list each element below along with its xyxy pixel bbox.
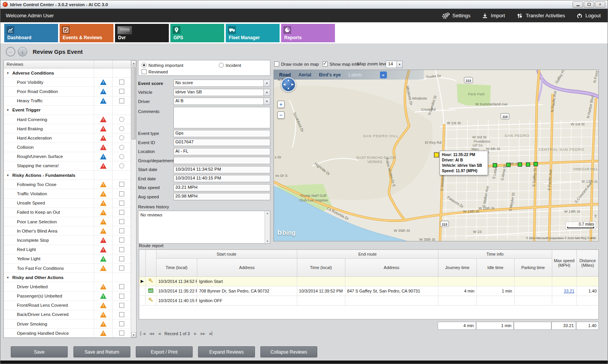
review-row[interactable]: Yellow Light: [4, 254, 131, 264]
review-row[interactable]: Failed to Keep an Out: [4, 208, 131, 217]
save-button[interactable]: Save: [11, 346, 68, 357]
group-department-field[interactable]: [173, 157, 270, 164]
route-row-ignition-off[interactable]: 10/3/2014 11:40:15 PM Ignition OFF: [139, 296, 599, 305]
tab-gps[interactable]: GPS: [170, 24, 224, 42]
col-end-address[interactable]: Address: [345, 258, 438, 276]
review-toggle[interactable]: [119, 126, 124, 131]
minimize-button[interactable]: [573, 2, 583, 8]
review-toggle[interactable]: [119, 303, 124, 308]
reviews-scrollbar[interactable]: ▲ ▼: [131, 60, 136, 337]
route-row-trip[interactable]: 10/3/2014 11:35:22 PM 708 Bynner Dr, San…: [139, 286, 599, 296]
collapse-map-bar-icon[interactable]: «: [380, 71, 387, 78]
review-toggle[interactable]: [119, 321, 124, 326]
max-speed-link[interactable]: 33.21: [564, 289, 575, 293]
review-row[interactable]: Following Too Close: [4, 180, 131, 189]
tab-dvr[interactable]: Dvr: [115, 24, 169, 42]
review-row[interactable]: Risky and Other Actions: [4, 273, 131, 282]
col-start-address[interactable]: Address: [197, 258, 297, 276]
review-toggle[interactable]: [119, 145, 124, 150]
review-row[interactable]: In Other's Blind Area: [4, 226, 131, 236]
review-toggle[interactable]: [119, 98, 124, 103]
next-page-icon[interactable]: ▶▶: [201, 332, 205, 336]
review-row[interactable]: Collision: [4, 143, 131, 152]
expand-reviews-button[interactable]: Expand Reviews: [198, 346, 255, 357]
settings-button[interactable]: Settings: [442, 12, 470, 19]
review-row[interactable]: Driver Unbelted: [4, 282, 131, 291]
review-toggle[interactable]: [119, 219, 124, 224]
review-row[interactable]: Unsafe Speed: [4, 199, 131, 208]
scroll-up-icon[interactable]: ▲: [131, 60, 136, 66]
last-record-icon[interactable]: ▶▎: [209, 332, 214, 336]
review-toggle[interactable]: [119, 312, 124, 317]
review-row[interactable]: Driver Smoking: [4, 319, 131, 329]
scroll-thumb[interactable]: [132, 66, 136, 140]
route-row-ignition-start[interactable]: ▶ 10/3/2014 11:34:52 PM Ignition Start: [139, 276, 599, 286]
tab-fleet-manager[interactable]: Fleet Manager: [226, 24, 280, 42]
save-and-return-button[interactable]: Save and Return: [73, 346, 130, 357]
review-toggle[interactable]: [119, 247, 124, 252]
review-row[interactable]: Passenger(s) Unbelted: [4, 292, 131, 301]
col-start-time[interactable]: Time (local): [156, 258, 197, 276]
review-toggle[interactable]: [119, 256, 124, 261]
review-row[interactable]: Adverse Conditions: [4, 68, 131, 78]
col-max-speed[interactable]: Max speed (MPH): [552, 250, 576, 276]
next-event-button[interactable]: ↓: [18, 47, 27, 57]
review-toggle[interactable]: [119, 266, 124, 271]
next-record-icon[interactable]: ▶: [194, 332, 197, 336]
review-toggle[interactable]: [119, 163, 124, 168]
review-toggle[interactable]: [119, 284, 124, 289]
review-row[interactable]: Incomplete Stop: [4, 236, 131, 245]
event-score-select[interactable]: No score▼: [173, 80, 270, 87]
col-idle-time[interactable]: Idle time: [476, 258, 514, 276]
logout-button[interactable]: Logout: [576, 13, 601, 19]
tab-dashboard[interactable]: Dashboard: [4, 24, 58, 42]
review-row[interactable]: Red Light: [4, 245, 131, 254]
review-toggle[interactable]: [119, 228, 124, 233]
review-toggle[interactable]: [119, 294, 124, 299]
review-row[interactable]: Slapping the camera!: [4, 161, 131, 171]
map-view-aerial[interactable]: Aerial: [298, 72, 311, 78]
col-journey-time[interactable]: Journey time: [438, 258, 476, 276]
incident-radio[interactable]: [219, 63, 224, 68]
comments-input[interactable]: [173, 107, 270, 128]
pan-down-icon[interactable]: ▼: [287, 87, 290, 90]
review-row[interactable]: Front/Road Lens Covered: [4, 301, 131, 310]
review-toggle[interactable]: [119, 80, 124, 85]
first-record-icon[interactable]: ▎◀: [140, 332, 145, 336]
maximize-button[interactable]: [584, 2, 594, 8]
import-button[interactable]: Import: [482, 13, 505, 19]
review-row[interactable]: Hard Cornering: [4, 115, 131, 124]
review-toggle[interactable]: [119, 201, 124, 206]
review-toggle[interactable]: [119, 135, 124, 140]
review-row[interactable]: Hard Braking: [4, 124, 131, 133]
transfer-activities-button[interactable]: Transfer Activities: [516, 13, 565, 19]
review-row[interactable]: Poor Lane Selection: [4, 217, 131, 226]
export-print-button[interactable]: Export / Print: [136, 346, 193, 357]
map-view-road[interactable]: Road: [279, 72, 291, 78]
review-toggle[interactable]: [119, 238, 124, 243]
vehicle-select[interactable]: idrive Van SB▼: [173, 89, 270, 96]
review-row[interactable]: Operating Handled Device: [4, 329, 131, 337]
review-toggle[interactable]: [119, 154, 124, 159]
prev-record-icon[interactable]: ◀: [158, 332, 160, 336]
nothing-important-radio[interactable]: [142, 63, 147, 68]
review-toggle[interactable]: [119, 191, 124, 196]
review-row[interactable]: Back/Driver Lens Covered: [4, 310, 131, 319]
review-row[interactable]: Poor Road Condition: [4, 87, 131, 96]
review-row[interactable]: Rough/Uneven Surface: [4, 152, 131, 161]
map-zoom-select[interactable]: 14▼: [386, 61, 403, 68]
map-view-labels[interactable]: Labels: [348, 72, 362, 78]
back-button[interactable]: ←: [6, 47, 15, 57]
tab-reports[interactable]: Reports: [281, 24, 335, 42]
review-row[interactable]: Poor Visibility: [4, 78, 131, 87]
col-distance[interactable]: Distance (Miles): [576, 250, 599, 276]
pan-up-icon[interactable]: ▲: [287, 79, 290, 82]
map-compass-control[interactable]: ▲ ▼ ◀ ▶: [281, 77, 296, 92]
scroll-down-icon[interactable]: ▼: [131, 332, 136, 337]
window-titlebar[interactable]: Idrive Control Center - 3.0.2 version - …: [0, 0, 608, 9]
col-parking-time[interactable]: Parking time: [514, 258, 552, 276]
review-toggle[interactable]: [119, 89, 124, 94]
review-row[interactable]: Too Fast For Conditions: [4, 264, 131, 273]
review-toggle[interactable]: [119, 210, 124, 215]
pan-left-icon[interactable]: ◀: [283, 83, 285, 86]
